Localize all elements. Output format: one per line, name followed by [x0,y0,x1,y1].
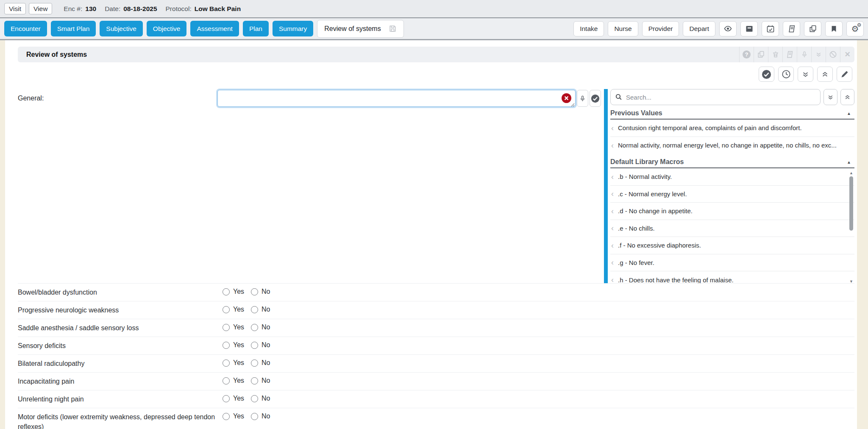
section-toolbar: ? ✕ [739,47,854,62]
yes-option[interactable]: Yes [223,395,251,402]
disable-button[interactable] [826,47,840,62]
nav-tab[interactable]: Smart Plan [51,21,96,36]
archive-icon [745,25,754,33]
nav-tab[interactable]: Subjective [100,21,143,36]
macros-header[interactable]: Default Library Macros ▲ [610,156,854,168]
yes-radio[interactable] [223,288,230,295]
no-option-label: No [262,341,270,349]
no-option[interactable]: No [251,412,270,420]
yes-radio[interactable] [223,359,230,367]
edit-button[interactable] [837,67,852,82]
yes-option[interactable]: Yes [223,306,251,313]
macro-item[interactable]: ‹ .g - No fever. [610,254,854,272]
no-option[interactable]: No [251,377,270,384]
bookmark-button[interactable] [825,21,843,36]
macro-item[interactable]: ‹ .c - Normal energy level. [610,186,854,203]
macro-item[interactable]: ‹ .f - No excessive diaphoresis. [610,237,854,254]
yes-option[interactable]: Yes [223,359,251,367]
collapse-triangle-icon[interactable]: ▲ [847,160,851,164]
no-radio[interactable] [251,359,258,367]
expand-section-button[interactable] [811,47,826,62]
no-radio[interactable] [251,288,258,295]
close-section-button[interactable]: ✕ [840,47,854,62]
macro-item[interactable]: ‹ .d - No change in appetite. [610,203,854,220]
settings-button[interactable]: ⚙⚙ [846,21,864,36]
scroll-down-arrow[interactable]: ▼ [848,279,854,283]
nav-tab[interactable]: Summary [273,21,313,36]
macro-search-row [610,89,854,105]
no-option[interactable]: No [251,395,270,402]
no-radio[interactable] [251,306,258,313]
collapse-triangle-icon[interactable]: ▲ [847,111,851,116]
no-option[interactable]: No [251,359,270,367]
collapse-all-button[interactable] [817,67,833,82]
help-button[interactable]: ? [739,47,754,62]
library-button[interactable] [782,47,797,62]
resize-handle[interactable] [570,101,575,106]
no-radio[interactable] [251,395,258,402]
macro-item[interactable]: ‹ .e - No chills. [610,220,854,237]
no-radio[interactable] [251,324,258,331]
tab-review-of-systems[interactable]: Review of systems [317,20,403,38]
panel-collapse-button[interactable] [840,89,854,105]
yes-radio[interactable] [223,395,230,402]
expand-all-button[interactable] [798,67,813,82]
previous-value-item[interactable]: ‹ Contusion right temporal area, complai… [610,120,854,137]
scroll-up-arrow[interactable]: ▲ [848,171,854,175]
yes-radio[interactable] [223,377,230,384]
yes-option[interactable]: Yes [223,323,251,331]
search-input[interactable] [610,89,821,105]
yes-radio[interactable] [223,413,230,420]
mark-complete-button[interactable] [759,67,774,82]
yes-radio[interactable] [223,306,230,313]
copy-button[interactable] [804,21,821,36]
yes-radio[interactable] [223,342,230,349]
no-radio[interactable] [251,377,258,384]
calendar-button[interactable] [762,21,779,36]
previous-value-item[interactable]: ‹ Normal activity, normal energy level, … [610,137,854,154]
yes-radio[interactable] [223,324,230,331]
dictate-field-button[interactable] [577,90,588,107]
macro-panel: Previous Values ▲ ‹ Contusion right temp… [610,89,854,283]
stage-button[interactable]: Nurse [608,21,638,36]
help-icon: ? [743,50,751,58]
no-radio[interactable] [251,413,258,420]
no-option[interactable]: No [251,306,270,313]
macro-item[interactable]: ‹ .h - Does not have the feeling of mala… [610,271,854,283]
scrollbar-thumb[interactable] [849,176,853,231]
delete-button[interactable] [768,47,782,62]
stage-button[interactable]: Depart [683,21,715,36]
yes-option[interactable]: Yes [223,412,251,420]
no-option[interactable]: No [251,288,270,295]
general-textarea[interactable] [217,90,576,107]
nav-tab[interactable]: Assessment [190,21,239,36]
macros-list: ‹ .b - Normal activity. ‹ .c - Normal en… [610,168,854,283]
no-option[interactable]: No [251,323,270,331]
top-bar-button[interactable]: View [29,3,52,14]
preview-button[interactable] [719,21,737,36]
macro-item[interactable]: ‹ .b - Normal activity. [610,168,854,186]
history-button[interactable] [778,67,794,82]
macros-scrollbar[interactable]: ▲ ▼ [848,171,854,283]
panel-expand-button[interactable] [823,89,837,105]
previous-values-header[interactable]: Previous Values ▲ [610,108,854,120]
stage-button[interactable]: Intake [573,21,604,36]
no-option[interactable]: No [251,341,270,349]
yes-option[interactable]: Yes [223,377,251,384]
nav-tab[interactable]: Plan [243,21,269,36]
nav-tab[interactable]: Encounter [4,21,47,36]
yes-option[interactable]: Yes [223,288,251,295]
nav-tab[interactable]: Objective [147,21,187,36]
archive-button[interactable] [740,21,758,36]
copy-forward-button[interactable] [754,47,768,62]
save-icon[interactable] [389,25,397,33]
stage-button[interactable]: Provider [642,21,679,36]
macro-text: .c - Normal energy level. [618,190,687,198]
no-radio[interactable] [251,342,258,349]
journal-button[interactable] [783,21,800,36]
yes-option[interactable]: Yes [223,341,251,349]
dictate-button[interactable] [797,47,811,62]
yes-option-label: Yes [233,412,244,420]
top-bar-button[interactable]: Visit [4,3,26,14]
confirm-field-button[interactable] [590,90,601,107]
